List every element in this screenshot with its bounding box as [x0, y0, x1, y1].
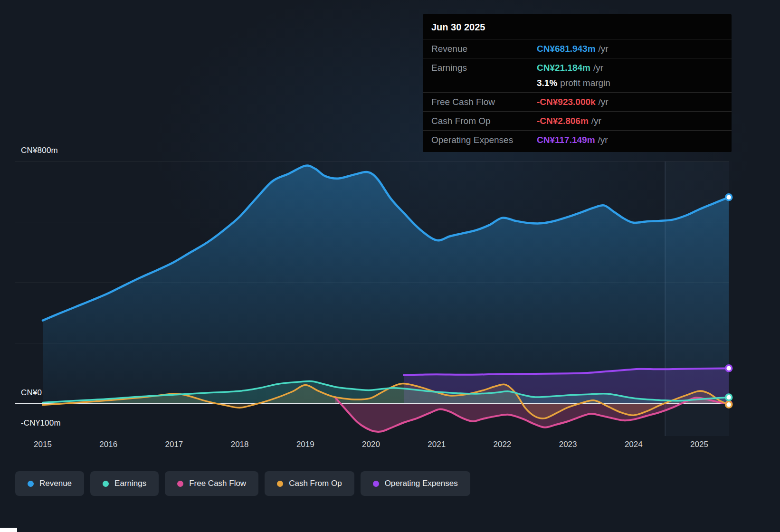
x-axis-label-2019: 2019	[286, 440, 324, 449]
tooltip-date: Jun 30 2025	[423, 14, 732, 39]
page-corner-artifact	[0, 528, 17, 532]
tooltip-value-profit-margin: 3.1%profit margin	[537, 77, 610, 89]
legend-dot-icon	[177, 481, 183, 487]
y-axis-label-cn-0: CN¥0	[21, 388, 42, 398]
x-axis-label-2016: 2016	[89, 440, 127, 449]
tooltip-row-cash-from-op: Cash From Op -CN¥2.806m/yr	[423, 111, 732, 130]
tooltip-row-earnings: Earnings CN¥21.184m/yr	[423, 58, 732, 77]
legend-item-free-cash-flow[interactable]: Free Cash Flow	[165, 471, 258, 496]
legend-item-cash-from-op[interactable]: Cash From Op	[265, 471, 354, 496]
tooltip-label-free-cash-flow: Free Cash Flow	[431, 96, 537, 108]
legend-item-earnings[interactable]: Earnings	[90, 471, 159, 496]
legend-dot-icon	[277, 481, 283, 487]
tooltip-value-cash-from-op: -CN¥2.806m/yr	[537, 115, 601, 127]
revenue-end-marker	[726, 194, 732, 200]
x-axis-label-2020: 2020	[352, 440, 390, 449]
x-axis-label-2025: 2025	[680, 440, 718, 449]
tooltip-row-free-cash-flow: Free Cash Flow -CN¥923.000k/yr	[423, 92, 732, 111]
operating-expenses-end-marker	[726, 365, 732, 371]
x-axis-label-2017: 2017	[155, 440, 193, 449]
y-axis-label--cn-100m: -CN¥100m	[21, 418, 61, 428]
tooltip-value-earnings: CN¥21.184m/yr	[537, 62, 603, 74]
x-axis-label-2015: 2015	[24, 440, 62, 449]
legend-label: Free Cash Flow	[189, 479, 246, 488]
legend-label: Cash From Op	[289, 479, 342, 488]
tooltip-label-operating-expenses: Operating Expenses	[431, 134, 537, 146]
y-axis-label-cn-800m: CN¥800m	[21, 145, 58, 156]
chart-legend: RevenueEarningsFree Cash FlowCash From O…	[15, 471, 470, 496]
legend-item-revenue[interactable]: Revenue	[15, 471, 84, 496]
cash-from-op-end-marker	[726, 401, 732, 408]
revenue-area	[43, 166, 729, 404]
legend-label: Operating Expenses	[385, 479, 458, 488]
earnings-end-marker	[726, 394, 732, 400]
tooltip-row-operating-expenses: Operating Expenses CN¥117.149m/yr	[423, 130, 732, 149]
legend-dot-icon	[103, 481, 109, 487]
x-axis-label-2024: 2024	[615, 440, 653, 449]
x-axis-label-2022: 2022	[483, 440, 521, 449]
tooltip-label-revenue: Revenue	[431, 43, 537, 55]
financial-history-chart-page: CN¥800mCN¥0-CN¥100m 20152016201720182019…	[0, 0, 780, 532]
legend-item-operating-expenses[interactable]: Operating Expenses	[361, 471, 470, 496]
tooltip-value-revenue: CN¥681.943m/yr	[537, 43, 609, 55]
tooltip-value-operating-expenses: CN¥117.149m/yr	[537, 134, 608, 146]
tooltip-label-cash-from-op: Cash From Op	[431, 115, 537, 127]
legend-label: Earnings	[114, 479, 146, 488]
tooltip-label-earnings: Earnings	[431, 62, 537, 74]
x-axis-label-2021: 2021	[418, 440, 456, 449]
x-axis-label-2023: 2023	[549, 440, 587, 449]
tooltip-row-revenue: Revenue CN¥681.943m/yr	[423, 39, 732, 58]
x-axis-label-2018: 2018	[221, 440, 259, 449]
legend-label: Revenue	[39, 479, 72, 488]
tooltip-value-free-cash-flow: -CN¥923.000k/yr	[537, 96, 609, 108]
legend-dot-icon	[373, 481, 379, 487]
legend-dot-icon	[28, 481, 34, 487]
chart-tooltip: Jun 30 2025 Revenue CN¥681.943m/yr Earni…	[423, 14, 732, 152]
tooltip-row-profit-margin: 3.1%profit margin	[423, 77, 732, 92]
